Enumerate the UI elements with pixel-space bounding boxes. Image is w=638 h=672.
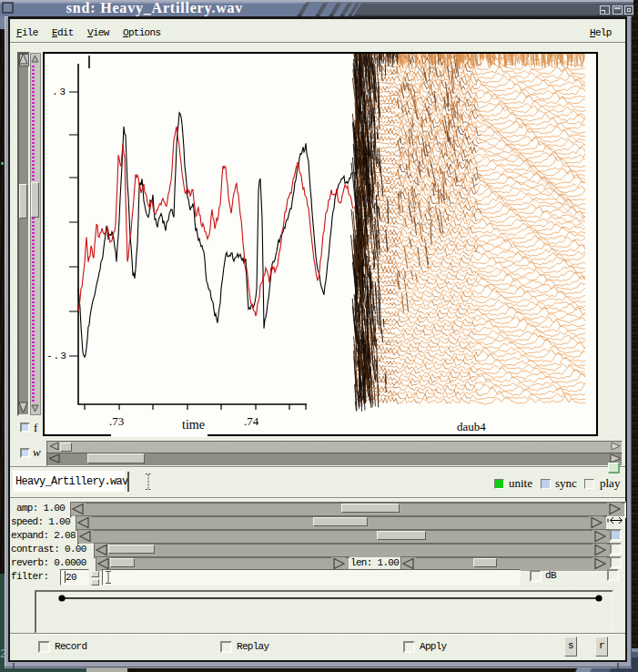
svg-text:snd: Heavy_Artillery.wav: snd: Heavy_Artillery.wav bbox=[66, 0, 243, 16]
